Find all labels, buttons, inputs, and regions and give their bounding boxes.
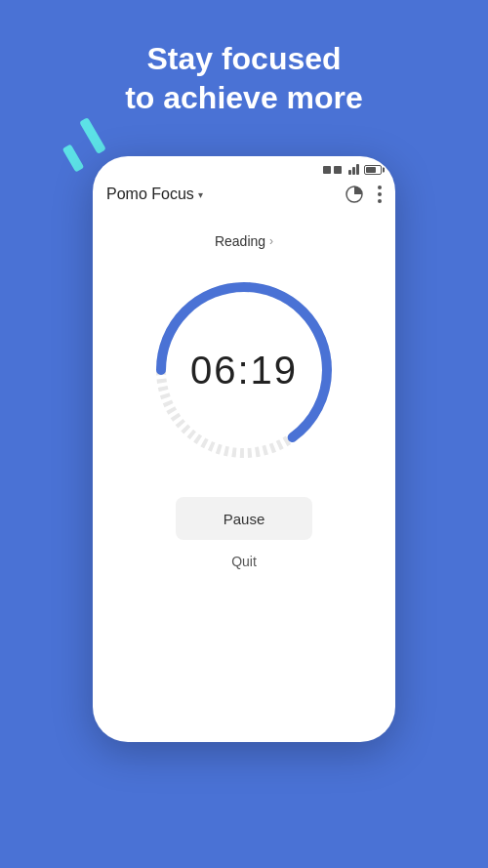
task-chevron-icon: ›: [269, 234, 273, 248]
app-title-text: Pomo Focus: [106, 186, 194, 203]
headline-line1: Stay focused: [0, 39, 488, 78]
headline-line2: to achieve more: [0, 78, 488, 117]
task-label-text: Reading: [215, 233, 265, 249]
sq2: [334, 166, 342, 174]
deco-bar-1: [79, 117, 106, 154]
app-title-container[interactable]: Pomo Focus ▾: [106, 186, 203, 203]
wifi-bar2: [352, 167, 355, 175]
toolbar-icons: [345, 185, 382, 204]
timer-display: 06:19: [190, 349, 298, 393]
deco-bar-2: [62, 144, 85, 172]
pie-chart-icon[interactable]: [345, 185, 364, 204]
wifi-bar1: [348, 170, 351, 175]
app-toolbar: Pomo Focus ▾: [93, 179, 395, 214]
headline: Stay focused to achieve more: [0, 0, 488, 117]
quit-button-label: Quit: [231, 554, 257, 569]
phone-frame-wrapper: Pomo Focus ▾ Reading: [93, 156, 395, 742]
timer-ring-container: 06:19: [146, 272, 342, 468]
status-bar: [93, 156, 395, 179]
more-options-icon[interactable]: [378, 186, 382, 203]
sq1: [323, 166, 331, 174]
phone-content: Reading › 06:19 Pause Quit: [93, 214, 395, 589]
pause-button-label: Pause: [224, 511, 265, 527]
pause-button[interactable]: Pause: [176, 497, 312, 540]
dot2: [378, 192, 382, 196]
phone-frame: Pomo Focus ▾ Reading: [93, 156, 395, 742]
battery-fill: [366, 167, 376, 173]
battery-icon: [364, 165, 382, 175]
status-squares-icon: [323, 166, 342, 174]
dot3: [378, 199, 382, 203]
wifi-icon: [348, 164, 359, 175]
dot1: [378, 186, 382, 189]
quit-button[interactable]: Quit: [231, 554, 257, 569]
task-label-container[interactable]: Reading ›: [215, 233, 273, 249]
dropdown-arrow-icon: ▾: [198, 189, 203, 200]
wifi-bar3: [356, 164, 359, 175]
